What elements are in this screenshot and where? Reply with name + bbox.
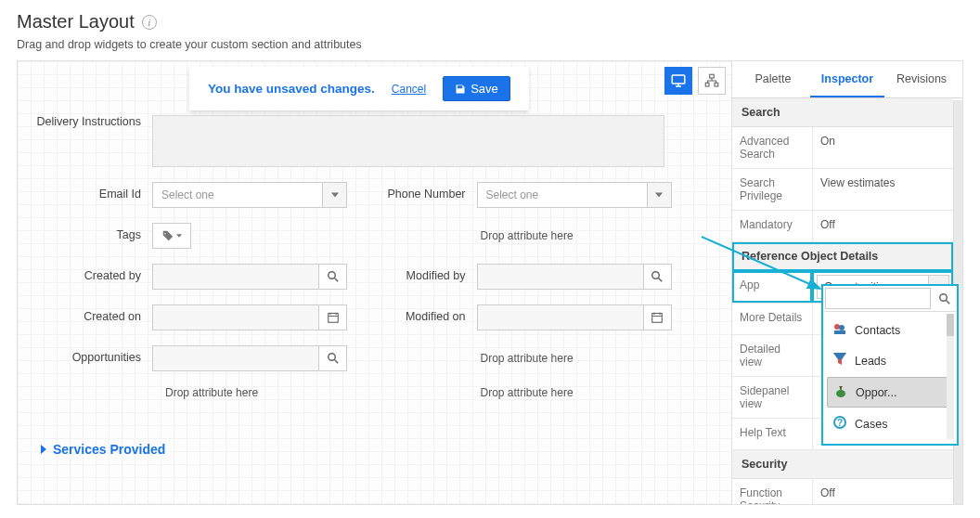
group-header-security: Security — [732, 450, 953, 479]
tag-icon — [162, 230, 174, 241]
phone-label: Phone Number — [368, 188, 477, 202]
svg-rect-6 — [328, 314, 338, 323]
chevron-right-icon — [40, 445, 47, 454]
search-icon — [939, 293, 950, 304]
chevron-down-icon — [331, 191, 339, 199]
info-icon[interactable]: i — [142, 15, 157, 30]
tags-picker[interactable] — [152, 223, 191, 249]
opportunities-icon — [833, 383, 848, 401]
search-icon — [328, 353, 339, 364]
drop-hint[interactable]: Drop attribute here — [477, 386, 574, 399]
desktop-view-toggle[interactable] — [664, 67, 692, 95]
dropdown-option-opportunities[interactable]: Oppor... — [827, 377, 953, 408]
page-title: Master Layout — [17, 11, 135, 32]
save-button[interactable]: Save — [443, 76, 510, 101]
dropdown-option-cases[interactable]: ?Cases — [827, 409, 953, 438]
svg-rect-0 — [672, 75, 685, 84]
prop-key: Search Privilege — [732, 169, 812, 210]
group-header-search: Search — [732, 98, 953, 127]
tab-inspector[interactable]: Inspector — [810, 61, 884, 97]
calendar-icon — [651, 312, 663, 323]
svg-rect-2 — [705, 83, 709, 86]
hierarchy-icon — [703, 72, 720, 89]
cancel-link[interactable]: Cancel — [392, 83, 426, 96]
modified-on-label: Modified on — [368, 310, 477, 325]
svg-point-13 — [836, 390, 845, 397]
workspace: You have unsaved changes. Cancel Save De… — [17, 60, 963, 505]
modified-by-input[interactable] — [477, 264, 672, 290]
dropdown-option-label: Leads — [855, 355, 886, 368]
calendar-icon — [328, 312, 339, 323]
search-icon — [651, 271, 663, 282]
leads-icon — [832, 352, 847, 369]
dropdown-option-label: Cases — [855, 418, 887, 431]
layout-canvas[interactable]: You have unsaved changes. Cancel Save De… — [18, 61, 732, 504]
tags-label: Tags — [27, 228, 152, 243]
dropdown-search[interactable] — [823, 286, 957, 312]
email-select[interactable]: Select one — [152, 182, 347, 208]
save-icon — [455, 84, 466, 95]
opportunities-label: Opportunities — [27, 351, 152, 366]
drop-hint[interactable]: Drop attribute here — [477, 352, 574, 365]
svg-rect-1 — [710, 74, 715, 78]
hierarchy-view-toggle[interactable] — [698, 67, 726, 95]
prop-key: Detailed view — [732, 335, 812, 376]
svg-point-4 — [328, 272, 335, 279]
tab-palette[interactable]: Palette — [736, 61, 810, 97]
app-dropdown-popup: ContactsLeadsOppor...?Cases — [823, 286, 957, 444]
inspector-panel: Palette Inspector Revisions Search Advan… — [732, 61, 962, 504]
monitor-icon — [670, 72, 687, 89]
drop-hint[interactable]: Drop attribute here — [161, 386, 258, 399]
dropdown-option-label: Oppor... — [856, 386, 896, 399]
unsaved-changes-bar: You have unsaved changes. Cancel Save — [189, 67, 529, 110]
svg-point-9 — [940, 293, 948, 301]
svg-text:?: ? — [837, 418, 843, 428]
svg-point-8 — [328, 354, 335, 361]
modified-by-label: Modified by — [368, 269, 477, 284]
chevron-down-icon — [176, 233, 182, 239]
chevron-down-icon — [655, 191, 663, 199]
page-subtitle: Drag and drop widgets to create your cus… — [17, 38, 963, 51]
prop-value[interactable]: Off — [812, 211, 953, 241]
tab-revisions[interactable]: Revisions — [884, 61, 959, 97]
prop-value[interactable]: On — [812, 127, 953, 168]
created-on-label: Created on — [27, 310, 152, 325]
unsaved-message: You have unsaved changes. — [208, 82, 375, 96]
svg-rect-3 — [715, 83, 718, 86]
opportunities-input[interactable] — [152, 345, 347, 371]
prop-key: Help Text — [732, 419, 812, 449]
search-icon — [328, 271, 339, 282]
prop-key: Sidepanel view — [732, 377, 812, 418]
form-area: Delivery Instructions Email Id Select on… — [18, 102, 731, 457]
group-header-reference-object: Reference Object Details — [732, 242, 953, 271]
prop-value[interactable]: Off — [812, 479, 953, 504]
svg-point-5 — [652, 272, 660, 279]
services-provided-section[interactable]: Services Provided — [40, 442, 707, 457]
created-by-input[interactable] — [152, 264, 347, 290]
prop-key: More Details — [732, 304, 812, 334]
prop-key: Function Security — [732, 479, 812, 504]
prop-key: Mandatory — [732, 211, 812, 241]
modified-on-input[interactable] — [477, 304, 672, 330]
prop-key: Advanced Search — [732, 127, 812, 168]
created-by-label: Created by — [27, 269, 152, 284]
cases-icon: ? — [832, 415, 847, 433]
drop-hint[interactable]: Drop attribute here — [477, 229, 574, 242]
prop-key-app: App — [732, 271, 812, 303]
delivery-instructions-textarea[interactable] — [152, 115, 664, 167]
dropdown-option-label: Contacts — [855, 324, 900, 337]
created-on-input[interactable] — [152, 304, 347, 330]
contacts-icon — [832, 321, 847, 339]
svg-point-10 — [834, 324, 840, 330]
email-label: Email Id — [27, 188, 152, 202]
prop-value[interactable]: View estimates — [812, 169, 953, 210]
delivery-instructions-label: Delivery Instructions — [27, 115, 152, 167]
dropdown-option-leads[interactable]: Leads — [827, 346, 953, 375]
svg-rect-12 — [834, 330, 845, 334]
dropdown-option-contacts[interactable]: Contacts — [827, 316, 953, 344]
svg-point-11 — [839, 325, 845, 330]
svg-rect-7 — [652, 314, 663, 323]
phone-select[interactable]: Select one — [477, 182, 672, 208]
dropdown-scrollbar[interactable] — [947, 314, 954, 439]
